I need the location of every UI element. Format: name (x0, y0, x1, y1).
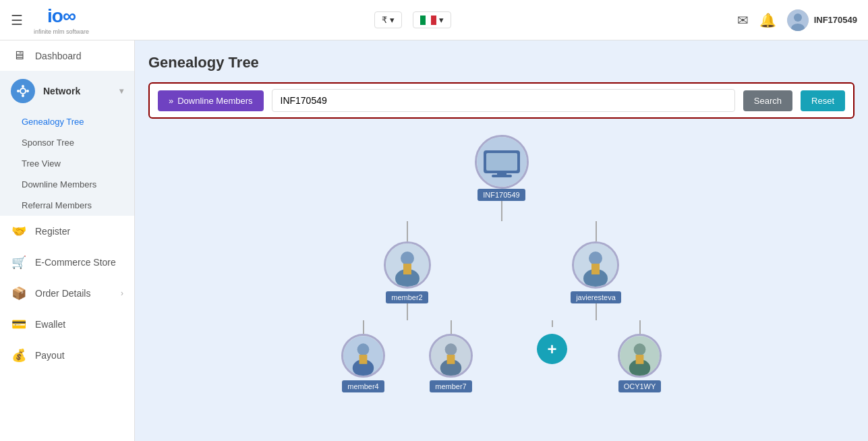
sidebar-item-ecommerce[interactable]: 🛒 E-Commerce Store (0, 247, 134, 278)
member4-top-vert (363, 320, 364, 334)
search-bar: » Downline Members Search Reset (148, 82, 855, 119)
root-label: INF170549 (478, 189, 525, 201)
order-icon: 📦 (11, 286, 27, 301)
svg-point-1 (794, 13, 802, 22)
genealogy-tree: INF170549 (148, 135, 855, 392)
network-icon (11, 79, 35, 103)
search-input[interactable] (272, 89, 735, 112)
logo-text: io∞ (47, 5, 76, 27)
language-selector[interactable]: ▾ (413, 11, 451, 28)
order-chevron-icon: › (121, 289, 123, 298)
member2-avatar (384, 241, 431, 289)
navbar-right: ✉ 🔔 INF170549 (737, 9, 857, 31)
svg-point-5 (22, 94, 24, 97)
svg-rect-10 (486, 153, 517, 171)
sidebar-item-network[interactable]: Network ▾ (0, 71, 134, 111)
network-label: Network (43, 86, 111, 96)
currency-selector[interactable]: ₹ ▾ (374, 11, 402, 28)
sidebar-item-register[interactable]: 🤝 Register (0, 216, 134, 247)
member4-label: member4 (342, 380, 384, 392)
level2-node-ocy1wy: OCY1WY (618, 334, 662, 392)
add-member-button[interactable]: + (537, 334, 567, 364)
javieresteva-label: javieresteva (571, 291, 621, 303)
page-title: Genealogy Tree (148, 54, 855, 71)
bell-icon[interactable]: 🔔 (759, 12, 776, 28)
hamburger-icon[interactable]: ☰ (11, 12, 23, 28)
svg-point-3 (20, 88, 26, 94)
svg-rect-11 (497, 171, 507, 175)
user-info[interactable]: INF170549 (787, 9, 857, 31)
logo-sub: infinite mlm software (34, 28, 89, 35)
reset-button[interactable]: Reset (801, 90, 845, 111)
lang-arrow-icon: ▾ (439, 15, 444, 25)
mail-icon[interactable]: ✉ (737, 12, 749, 28)
root-vert-connector (501, 201, 502, 221)
javieresteva-avatar (572, 241, 619, 289)
level1-left-vert (407, 221, 408, 241)
svg-rect-24 (447, 355, 455, 364)
svg-point-4 (22, 85, 24, 88)
add-top-vert (552, 320, 553, 327)
sidebar-item-payout[interactable]: 💰 Payout (0, 340, 134, 371)
sidebar-item-tree-view[interactable]: Tree View (11, 153, 134, 174)
level1-h-connector: member2 (313, 221, 691, 392)
ocy1wy-top-vert (639, 320, 641, 334)
sidebar: 🖥 Dashboard Network ▾ Genealogy (0, 40, 135, 441)
level2-member4-branch: member4 (320, 320, 407, 392)
javieresteva-vert-connector (596, 303, 597, 320)
svg-rect-20 (359, 355, 368, 364)
level2-member7-branch: member7 (407, 320, 495, 392)
downline-btn-label: Downline Members (177, 96, 252, 106)
avatar (787, 9, 809, 31)
sidebar-item-ewallet[interactable]: 💳 Ewallet (0, 309, 134, 340)
svg-rect-32 (636, 355, 644, 364)
logo: io∞ infinite mlm software (34, 5, 89, 35)
sidebar-item-downline-members[interactable]: Downline Members (11, 174, 134, 195)
member4-avatar (341, 334, 385, 378)
ocy1wy-avatar (618, 334, 662, 378)
sidebar-label-order: Order Details (35, 288, 113, 299)
level2-left-h: member4 (320, 320, 495, 392)
svg-point-7 (26, 90, 29, 92)
member2-label: member2 (386, 291, 428, 303)
svg-point-14 (401, 252, 414, 265)
sidebar-label-payout: Payout (35, 350, 123, 361)
member7-top-vert (451, 320, 452, 334)
level1-left-branch: member2 (313, 221, 502, 392)
level1-node-member2: member2 (384, 241, 431, 303)
sidebar-label-register: Register (35, 226, 123, 237)
sidebar-item-genealogy-tree[interactable]: Genealogy Tree (11, 111, 134, 132)
sidebar-item-order-details[interactable]: 📦 Order Details › (0, 278, 134, 309)
svg-point-26 (589, 252, 602, 265)
svg-point-18 (357, 343, 370, 355)
level2-ocy1wy-branch: OCY1WY (596, 320, 684, 392)
svg-point-30 (634, 343, 646, 355)
level2-node-member7: member7 (429, 334, 473, 392)
member2-vert-connector (407, 303, 408, 320)
member7-label: member7 (430, 380, 471, 392)
network-sub-menu: Genealogy Tree Sponsor Tree Tree View Do… (0, 111, 134, 216)
root-avatar (475, 135, 529, 189)
level2-right-h: + (509, 320, 684, 392)
search-button[interactable]: Search (743, 90, 792, 111)
downline-members-button[interactable]: » Downline Members (158, 90, 264, 111)
double-arrow-icon: » (169, 96, 173, 106)
level1-right-vert (596, 221, 597, 241)
layout: 🖥 Dashboard Network ▾ Genealogy (0, 40, 868, 441)
level2-node-member4: member4 (341, 334, 385, 392)
sidebar-item-dashboard[interactable]: 🖥 Dashboard (0, 40, 134, 71)
level2-add-branch: + (509, 320, 596, 364)
navbar-center: ₹ ▾ ▾ (374, 11, 451, 28)
sidebar-label-ecommerce: E-Commerce Store (35, 257, 123, 268)
level1-right-branch: javieresteva + (502, 221, 691, 392)
navbar-left: ☰ io∞ infinite mlm software (11, 5, 89, 35)
svg-point-6 (17, 90, 20, 92)
currency-arrow-icon: ▾ (390, 15, 395, 25)
sidebar-item-sponsor-tree[interactable]: Sponsor Tree (11, 132, 134, 153)
level1-node-javieresteva: javieresteva (571, 241, 621, 303)
network-section: Network ▾ Genealogy Tree Sponsor Tree Tr… (0, 71, 134, 216)
payout-icon: 💰 (11, 348, 27, 363)
sidebar-item-referral-members[interactable]: Referral Members (11, 195, 134, 216)
main-content: Genealogy Tree » Downline Members Search… (135, 40, 868, 441)
user-name: INF170549 (814, 15, 857, 25)
